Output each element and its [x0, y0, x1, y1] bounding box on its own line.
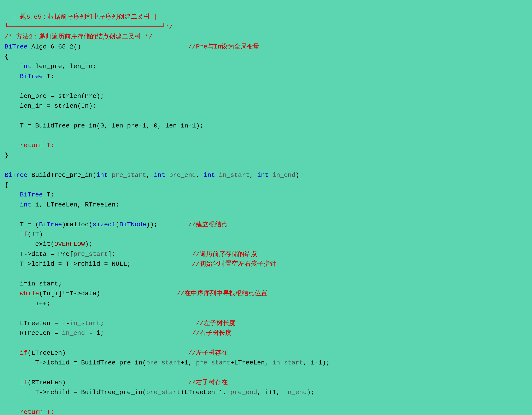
- var-decl-1: int len_pre, len_in;: [20, 63, 96, 70]
- ltreelen-assign: LTreeLen = i-in_start; //左子树长度: [20, 320, 236, 327]
- return-t-2: return T;: [20, 409, 54, 415]
- bitree-t-decl: BiTree T;: [20, 191, 54, 198]
- rchild-assign: T->rchild = BuildTree_pre_in(pre_start+L…: [35, 389, 314, 396]
- i-inc: i++;: [35, 300, 50, 307]
- if-ltree: if(LTreeLen) //左子树存在: [20, 349, 228, 357]
- open-brace-2: {: [5, 181, 9, 189]
- func-decl2-line: BiTree BuildTree_pre_in(int pre_start, i…: [5, 172, 299, 179]
- i-assign: i=in_start;: [20, 280, 62, 287]
- child-assign: T->lchild = T->rchild = NULL; //初始化时置空左右…: [20, 260, 276, 267]
- int-decl: int i, LTreeLen, RTreeLen;: [20, 201, 119, 208]
- rtreelen-assign: RTreeLen = in_end - i; //右子树长度: [20, 330, 232, 337]
- while-line: while(In[i]!=T->data) //在中序序列中寻找根结点位置: [20, 290, 267, 297]
- build-call: T = BuildTree_pre_in(0, len_pre-1, 0, le…: [20, 122, 204, 129]
- underline-line: └───────────────────────────────────────…: [5, 23, 173, 30]
- var-decl-2: BiTree T;: [20, 73, 54, 80]
- exit-line: exit(OVERFLOW);: [35, 241, 93, 248]
- malloc-line: T = (BiTree)malloc(sizeof(BiTNode)); //建…: [20, 221, 228, 228]
- if-rtree: if(RTreeLen) //右子树存在: [20, 379, 228, 386]
- data-assign: T->data = Pre[pre_start]; //遍历前序存储的结点: [20, 251, 257, 258]
- func-decl-line: BiTree Algo_6_65_2() //Pre与In设为全局变量: [5, 43, 260, 50]
- lchild-assign: T->lchild = BuildTree_pre_in(pre_start+1…: [35, 359, 330, 366]
- code-container: | 题6.65：根据前序序列和中序序列创建二叉树 | └────────────…: [5, 2, 527, 415]
- method2-comment: /* 方法2：递归遍历前序存储的结点创建二叉树 */: [5, 33, 152, 40]
- close-brace-1: }: [5, 152, 9, 159]
- title-line: | 题6.65：根据前序序列和中序序列创建二叉树 |: [12, 13, 158, 20]
- if-t-line: if(!T): [20, 231, 43, 238]
- len-pre-assign: len_pre = strlen(Pre);: [20, 93, 104, 100]
- open-brace-1: {: [5, 53, 9, 60]
- return-t-1: return T;: [20, 142, 54, 149]
- len-in-assign: len_in = strlen(In);: [20, 103, 96, 110]
